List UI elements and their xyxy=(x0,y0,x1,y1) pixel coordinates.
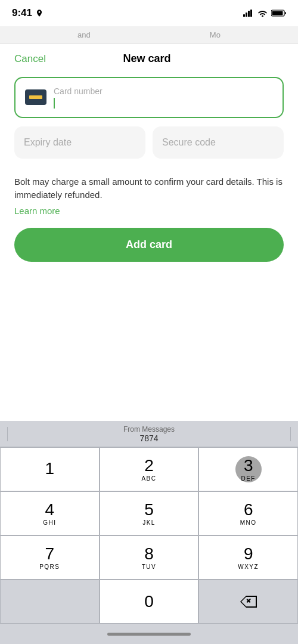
key-empty xyxy=(0,580,100,624)
card-details-row: Expiry date Secure code xyxy=(14,126,284,159)
key-1[interactable]: 1 xyxy=(0,447,100,491)
autofill-source: From Messages xyxy=(123,425,175,434)
expiry-date-field[interactable]: Expiry date xyxy=(14,126,145,159)
numpad: 1 2 ABC 3 DEF 4 GHI 5 JKL 6 MNO 7 PQRS xyxy=(0,447,298,624)
disclaimer-section: Bolt may charge a small amount to confir… xyxy=(0,159,298,216)
secure-code-field[interactable]: Secure code xyxy=(153,126,284,159)
home-indicator xyxy=(0,624,298,644)
text-cursor xyxy=(54,98,55,109)
key-0[interactable]: 0 xyxy=(100,580,199,624)
autofill-code: 7874 xyxy=(139,434,158,443)
home-bar xyxy=(107,633,191,636)
peek-label-2: Mo xyxy=(210,30,221,39)
svg-rect-5 xyxy=(272,11,283,16)
learn-more-link[interactable]: Learn more xyxy=(14,206,284,216)
key-8[interactable]: 8 TUV xyxy=(100,535,199,580)
key-3[interactable]: 3 DEF xyxy=(198,447,298,491)
card-number-field[interactable]: Card number xyxy=(14,77,284,118)
key-9[interactable]: 9 WXYZ xyxy=(198,535,298,580)
wifi-icon xyxy=(257,10,268,17)
svg-rect-2 xyxy=(248,11,250,17)
add-card-button[interactable]: Add card xyxy=(14,228,284,262)
cancel-button[interactable]: Cancel xyxy=(14,53,46,65)
card-carousel-peek: and Mo xyxy=(0,26,298,44)
delete-icon xyxy=(240,596,257,608)
card-number-input-area: Card number xyxy=(54,86,273,109)
key-7[interactable]: 7 PQRS xyxy=(0,535,100,580)
location-icon xyxy=(35,9,44,17)
key-2[interactable]: 2 ABC xyxy=(100,447,199,491)
key-delete[interactable] xyxy=(198,580,298,624)
card-number-label: Card number xyxy=(54,86,273,96)
battery-icon xyxy=(271,10,286,17)
signal-icon xyxy=(243,10,254,17)
svg-rect-1 xyxy=(246,13,247,17)
status-icons xyxy=(243,10,286,17)
autofill-suggestion-bar[interactable]: From Messages 7874 xyxy=(0,421,298,447)
disclaimer-text: Bolt may charge a small amount to confir… xyxy=(14,177,283,200)
page-title: New card xyxy=(123,52,170,65)
status-time: 9:41 xyxy=(12,7,44,19)
status-bar: 9:41 xyxy=(0,0,298,26)
svg-rect-3 xyxy=(250,10,252,17)
nav-header: Cancel New card xyxy=(0,44,298,71)
key-5[interactable]: 5 JKL xyxy=(100,491,199,535)
form-area: Card number Expiry date Secure code xyxy=(0,71,298,159)
svg-rect-0 xyxy=(243,14,245,17)
credit-card-icon xyxy=(25,89,46,105)
peek-label-1: and xyxy=(77,30,91,39)
keyboard: From Messages 7874 1 2 ABC 3 DEF 4 GHI 5… xyxy=(0,421,298,644)
key-6[interactable]: 6 MNO xyxy=(198,491,298,535)
key-4[interactable]: 4 GHI xyxy=(0,491,100,535)
